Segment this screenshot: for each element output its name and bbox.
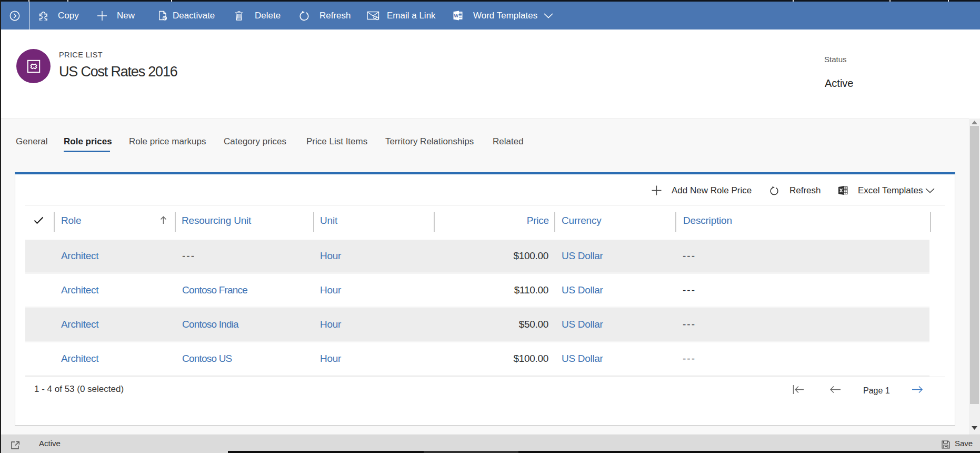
svg-text:W: W — [454, 13, 458, 18]
